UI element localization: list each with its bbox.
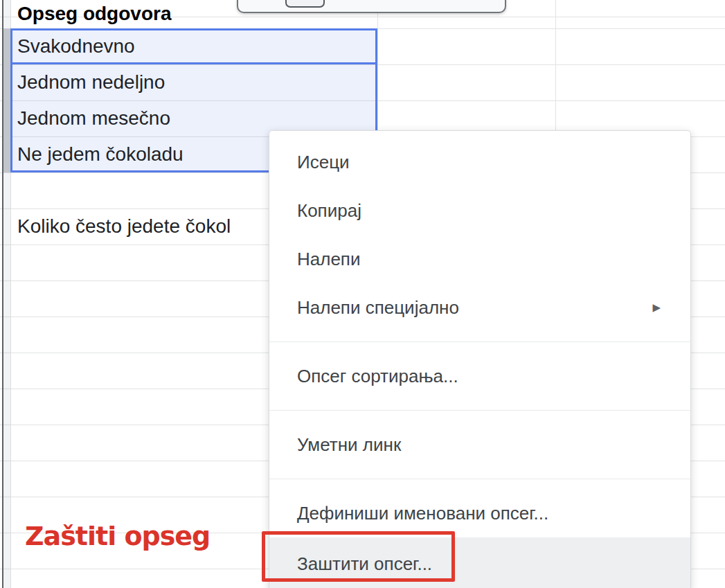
menu-item-label: Налепи специјално	[297, 297, 652, 319]
panel-button-partial[interactable]	[285, 0, 325, 8]
menu-separator	[269, 341, 690, 342]
cell-question[interactable]: Koliko često jedete čokol	[17, 208, 269, 244]
menu-item-insert-link[interactable]: Уметни линк	[269, 420, 690, 469]
menu-item-label: Налепи	[297, 249, 670, 270]
annotation-label: Zaštiti opseg	[25, 521, 210, 551]
menu-separator	[269, 479, 690, 479]
spreadsheet-app: Opseg odgovora Svakodnevno Jednom nedelj…	[0, 0, 725, 588]
floating-panel-partial	[237, 0, 506, 13]
menu-item-label: Опсег сортирања...	[297, 366, 670, 387]
menu-item-label: Исеци	[297, 152, 670, 173]
menu-item-label: Уметни линк	[297, 434, 670, 456]
annotation-highlight-box	[262, 531, 455, 582]
submenu-arrow-icon: ▶	[652, 301, 661, 314]
menu-item-paste-special[interactable]: Налепи специјално ▶	[269, 283, 690, 332]
cell-option-2[interactable]: Jednom nedeljno	[17, 64, 165, 100]
menu-item-paste[interactable]: Налепи	[269, 235, 690, 283]
menu-item-copy[interactable]: Копирај	[269, 186, 690, 235]
cell-option-3[interactable]: Jednom mesečno	[17, 100, 170, 136]
menu-item-sort-range[interactable]: Опсег сортирања...	[269, 352, 690, 400]
context-menu: Исеци Копирај Налепи Налепи специјално ▶…	[269, 130, 691, 588]
menu-item-label: Дефиниши именовани опсег...	[297, 503, 670, 524]
cell-header[interactable]: Opseg odgovora	[17, 0, 171, 28]
menu-item-label: Копирај	[297, 200, 670, 222]
cell-option-1[interactable]: Svakodnevno	[17, 28, 135, 64]
menu-item-define-named-range[interactable]: Дефиниши именовани опсег...	[269, 489, 690, 537]
menu-separator	[269, 410, 690, 411]
cell-option-4[interactable]: Ne jedem čokoladu	[17, 136, 184, 172]
menu-item-cut[interactable]: Исеци	[269, 138, 690, 186]
row-header-selected-range	[3, 28, 10, 172]
